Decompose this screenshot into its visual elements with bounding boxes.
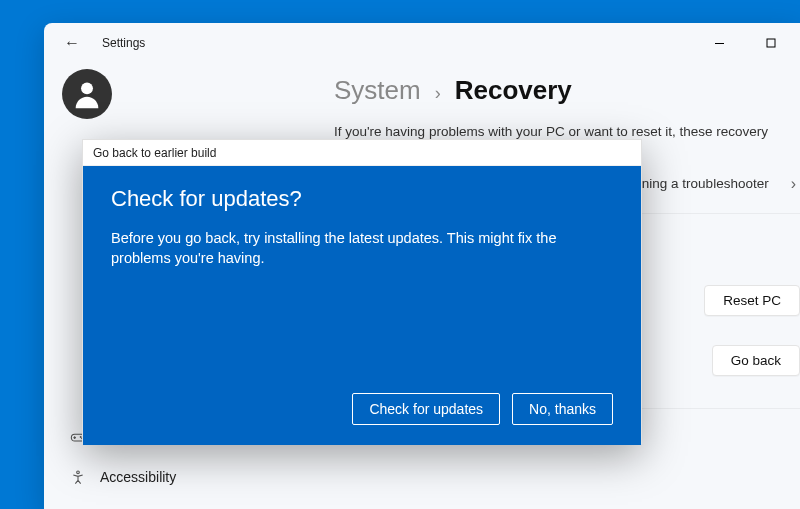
dialog-text: Before you go back, try installing the l… (111, 228, 613, 269)
dialog-actions: Check for updates No, thanks (111, 393, 613, 425)
svg-point-2 (81, 82, 93, 94)
svg-point-8 (77, 471, 80, 474)
chevron-right-icon: › (791, 175, 800, 193)
titlebar: ← Settings (44, 23, 800, 63)
user-avatar[interactable] (62, 69, 112, 119)
sidebar-item-label: Accessibility (100, 469, 176, 485)
window-controls (702, 31, 788, 55)
maximize-button[interactable] (754, 31, 788, 55)
troubleshooter-hint: ning a troubleshooter (642, 176, 769, 191)
minimize-button[interactable] (702, 31, 736, 55)
dialog-title: Go back to earlier build (83, 140, 641, 166)
go-back-dialog: Go back to earlier build Check for updat… (82, 139, 642, 444)
dialog-heading: Check for updates? (111, 186, 613, 212)
reset-pc-button[interactable]: Reset PC (704, 285, 800, 316)
breadcrumb-separator: › (435, 83, 441, 104)
no-thanks-button[interactable]: No, thanks (512, 393, 613, 425)
go-back-button[interactable]: Go back (712, 345, 800, 376)
breadcrumb-current: Recovery (455, 75, 572, 106)
app-title: Settings (102, 36, 145, 50)
sidebar-item-accessibility[interactable]: Accessibility (62, 459, 294, 495)
breadcrumb-parent[interactable]: System (334, 75, 421, 106)
svg-point-6 (80, 437, 81, 438)
titlebar-left: ← Settings (56, 30, 145, 56)
breadcrumb: System › Recovery (334, 75, 800, 106)
svg-rect-1 (767, 39, 775, 47)
check-for-updates-button[interactable]: Check for updates (352, 393, 500, 425)
dialog-body: Check for updates? Before you go back, t… (83, 166, 641, 445)
accessibility-icon (70, 469, 86, 485)
back-button[interactable]: ← (56, 30, 88, 56)
